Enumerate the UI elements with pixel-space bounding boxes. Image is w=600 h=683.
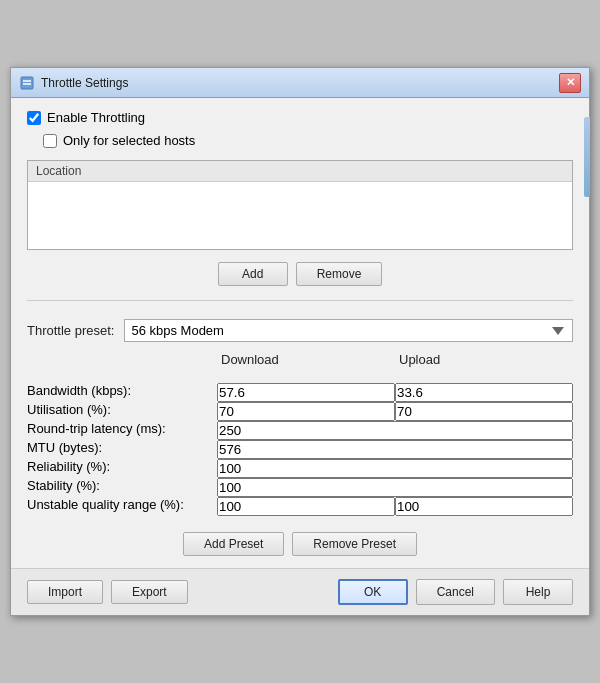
field-label-1: Utilisation (%): <box>27 402 217 421</box>
preset-actions-row: Add Preset Remove Preset <box>27 532 573 556</box>
titlebar: Throttle Settings ✕ <box>11 68 589 98</box>
svg-rect-0 <box>21 77 33 89</box>
enable-throttling-checkbox[interactable] <box>27 111 41 125</box>
fields-grid: Bandwidth (kbps):Utilisation (%):Round-t… <box>27 383 573 516</box>
field-upload-1[interactable] <box>395 402 573 421</box>
field-download-5[interactable] <box>217 478 573 497</box>
window-title: Throttle Settings <box>41 76 553 90</box>
field-download-0[interactable] <box>217 383 395 402</box>
field-label-0: Bandwidth (kbps): <box>27 383 217 402</box>
bottom-right-buttons: OK Cancel Help <box>338 579 573 605</box>
bottom-bar: Import Export OK Cancel Help <box>11 568 589 615</box>
field-upload-0[interactable] <box>395 383 573 402</box>
only-selected-checkbox[interactable] <box>43 134 57 148</box>
location-column-header: Location <box>28 161 572 182</box>
side-accent <box>584 117 590 197</box>
field-label-3: MTU (bytes): <box>27 440 217 459</box>
field-label-2: Round-trip latency (ms): <box>27 421 217 440</box>
import-button[interactable]: Import <box>27 580 103 604</box>
download-header: Download <box>217 350 395 369</box>
export-button[interactable]: Export <box>111 580 188 604</box>
field-download-4[interactable] <box>217 459 573 478</box>
throttle-settings-window: Throttle Settings ✕ Enable Throttling On… <box>10 67 590 616</box>
help-button[interactable]: Help <box>503 579 573 605</box>
field-download-1[interactable] <box>217 402 395 421</box>
enable-throttling-label: Enable Throttling <box>47 110 145 125</box>
preset-select[interactable]: 56 kbps Modem ISDN DSL Cable T1 Custom <box>124 319 573 342</box>
divider-1 <box>27 300 573 301</box>
location-buttons-row: Add Remove <box>27 262 573 286</box>
remove-preset-button[interactable]: Remove Preset <box>292 532 417 556</box>
add-location-button[interactable]: Add <box>218 262 288 286</box>
only-selected-label: Only for selected hosts <box>63 133 195 148</box>
only-selected-row: Only for selected hosts <box>27 133 573 148</box>
remove-location-button[interactable]: Remove <box>296 262 383 286</box>
field-download-6[interactable] <box>217 497 395 516</box>
close-button[interactable]: ✕ <box>559 73 581 93</box>
main-content: Enable Throttling Only for selected host… <box>11 98 589 568</box>
field-label-4: Reliability (%): <box>27 459 217 478</box>
bottom-left-buttons: Import Export <box>27 580 188 604</box>
location-table: Location <box>27 160 573 250</box>
field-upload-6[interactable] <box>395 497 573 516</box>
field-label-6: Unstable quality range (%): <box>27 497 217 516</box>
field-download-3[interactable] <box>217 440 573 459</box>
window-icon <box>19 75 35 91</box>
upload-header: Upload <box>395 350 573 369</box>
add-preset-button[interactable]: Add Preset <box>183 532 284 556</box>
enable-throttling-row: Enable Throttling <box>27 110 573 125</box>
preset-row: Throttle preset: 56 kbps Modem ISDN DSL … <box>27 319 573 342</box>
preset-label: Throttle preset: <box>27 323 114 338</box>
ok-button[interactable]: OK <box>338 579 408 605</box>
field-label-5: Stability (%): <box>27 478 217 497</box>
field-download-2[interactable] <box>217 421 573 440</box>
fields-header: Download Upload <box>27 350 573 369</box>
cancel-button[interactable]: Cancel <box>416 579 495 605</box>
